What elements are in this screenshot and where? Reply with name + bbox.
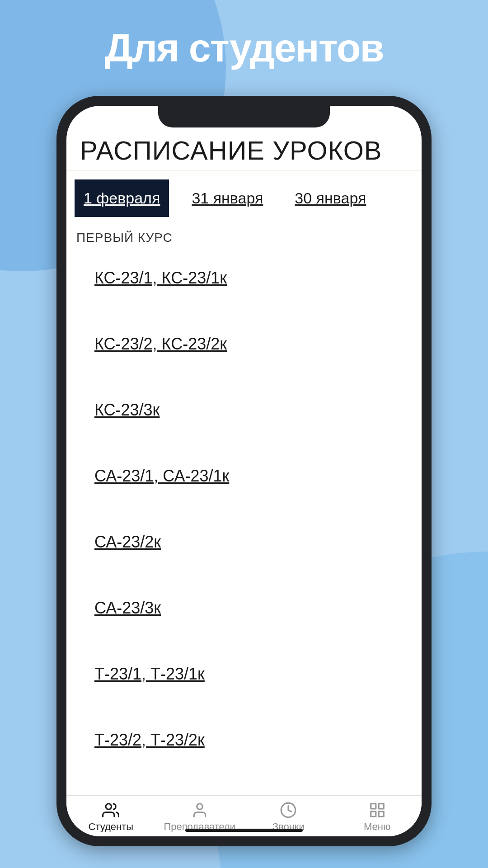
hero-title: Для студентов [0,0,488,71]
svg-rect-6 [371,811,376,816]
nav-label: Меню [364,821,390,833]
group-link[interactable]: СА-23/3к [76,575,412,641]
group-link[interactable]: КС-23/2, КС-23/2к [76,311,412,377]
nav-item-students[interactable]: Студенты [66,801,155,833]
svg-point-0 [106,804,112,810]
svg-rect-4 [379,804,384,809]
group-link[interactable]: Т-23/1, Т-23/1к [76,641,412,707]
svg-rect-5 [379,811,384,816]
clock-icon [279,801,297,819]
page-title: РАСПИСАНИЕ УРОКОВ [80,135,408,165]
menu-icon [368,801,386,819]
svg-point-1 [197,804,202,810]
phone-frame: РАСПИСАНИЕ УРОКОВ 1 февраля31 января30 я… [56,96,432,846]
phone-screen: РАСПИСАНИЕ УРОКОВ 1 февраля31 января30 я… [66,106,422,836]
date-tab[interactable]: 31 января [183,179,272,217]
nav-item-menu[interactable]: Меню [333,801,422,833]
group-link[interactable]: Т-23/3к [76,773,412,795]
phone-notch [158,106,330,127]
group-link[interactable]: КС-23/1, КС-23/1к [76,245,412,311]
group-list: КС-23/1, КС-23/1кКС-23/2, КС-23/2кКС-23/… [66,245,422,795]
group-link[interactable]: Т-23/2, Т-23/2к [76,707,412,773]
group-link[interactable]: СА-23/1, СА-23/1к [76,443,412,509]
teacher-icon [191,801,209,819]
section-label: ПЕРВЫЙ КУРС [66,224,422,245]
group-link[interactable]: КС-23/3к [76,377,412,443]
students-icon [102,801,120,819]
date-tab[interactable]: 30 января [286,179,375,217]
date-tabs: 1 февраля31 января30 января [66,170,422,224]
nav-label: Студенты [88,821,133,833]
nav-item-teacher[interactable]: Преподаватели [155,801,244,833]
nav-item-clock[interactable]: Звонки [244,801,333,833]
svg-rect-3 [371,804,376,809]
date-tab[interactable]: 1 февраля [75,179,169,217]
home-indicator [185,829,303,832]
group-link[interactable]: СА-23/2к [76,509,412,575]
